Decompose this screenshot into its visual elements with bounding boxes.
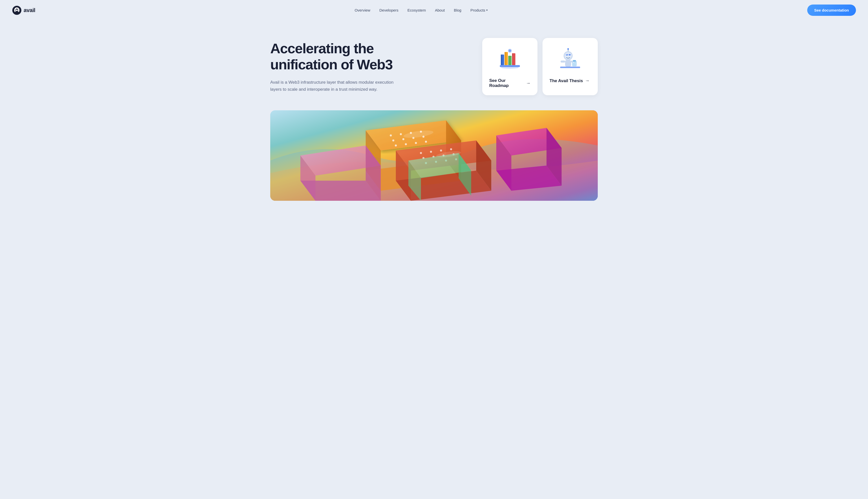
roadmap-card-label: See Our Roadmap → [489, 78, 531, 88]
svg-point-38 [392, 139, 394, 142]
main-content: Accelerating the unification of Web3 Ava… [258, 20, 610, 201]
page-wrapper: avail Overview Developers Ecosystem Abou… [0, 0, 868, 499]
hero-title: Accelerating the unification of Web3 [270, 40, 429, 73]
svg-point-52 [440, 149, 442, 151]
nav-link-overview[interactable]: Overview [355, 8, 370, 12]
nav-link-ecosystem[interactable]: Ecosystem [407, 8, 426, 12]
svg-point-27 [567, 48, 569, 50]
svg-rect-22 [569, 54, 571, 56]
nav-link-products[interactable]: Products ▾ [470, 8, 488, 12]
roadmap-arrow-icon: → [526, 81, 531, 86]
svg-point-45 [425, 141, 427, 143]
hero-right: See Our Roadmap → [439, 35, 598, 95]
svg-point-1 [16, 9, 18, 11]
svg-rect-8 [508, 56, 509, 65]
nav-item-ecosystem[interactable]: Ecosystem [407, 8, 426, 13]
svg-point-12 [509, 49, 511, 52]
svg-point-34 [390, 134, 392, 136]
hero-left: Accelerating the unification of Web3 Ava… [270, 35, 429, 93]
navbar: avail Overview Developers Ecosystem Abou… [0, 0, 868, 20]
svg-point-50 [420, 152, 422, 154]
nav-item-developers[interactable]: Developers [379, 8, 398, 13]
svg-rect-24 [561, 61, 565, 63]
svg-point-51 [430, 151, 432, 153]
thesis-card[interactable]: The Avail Thesis → [543, 38, 598, 95]
banner-gradient [270, 110, 598, 201]
svg-rect-15 [572, 61, 576, 66]
svg-point-39 [402, 138, 404, 140]
nav-item-blog[interactable]: Blog [454, 8, 461, 13]
logo-text: avail [24, 7, 35, 14]
nav-link-developers[interactable]: Developers [379, 8, 398, 12]
avail-logo-icon [12, 5, 22, 15]
svg-point-35 [400, 133, 402, 135]
chevron-down-icon: ▾ [486, 9, 488, 12]
nav-item-about[interactable]: About [435, 8, 445, 13]
nav-links: Overview Developers Ecosystem About Blog… [355, 8, 488, 13]
svg-rect-25 [571, 61, 573, 63]
hero-section: Accelerating the unification of Web3 Ava… [258, 20, 610, 105]
nav-link-blog[interactable]: Blog [454, 8, 461, 12]
svg-point-18 [575, 63, 576, 64]
hero-banner [270, 110, 598, 201]
svg-point-44 [415, 142, 417, 144]
svg-point-43 [405, 143, 407, 145]
svg-point-13 [501, 66, 519, 69]
svg-rect-14 [560, 66, 580, 68]
svg-rect-16 [573, 60, 576, 62]
roadmap-icon [497, 47, 522, 72]
thesis-card-label: The Avail Thesis → [549, 78, 590, 83]
svg-point-17 [573, 62, 574, 63]
logo[interactable]: avail [12, 5, 35, 15]
svg-rect-4 [501, 54, 501, 65]
banner-overlay [270, 110, 598, 201]
thesis-arrow-icon: → [585, 78, 590, 83]
nav-item-overview[interactable]: Overview [355, 8, 370, 13]
svg-point-28 [566, 54, 567, 55]
thesis-icon [558, 47, 583, 72]
roadmap-card[interactable]: See Our Roadmap → [482, 38, 537, 95]
svg-point-42 [395, 145, 397, 146]
nav-item-products[interactable]: Products ▾ [470, 8, 488, 12]
nav-link-about[interactable]: About [435, 8, 445, 12]
svg-rect-10 [512, 53, 513, 65]
see-documentation-button[interactable]: See documentation [807, 4, 856, 16]
hero-subtitle: Avail is a Web3 infrastructure layer tha… [270, 79, 401, 93]
svg-rect-23 [565, 60, 571, 66]
svg-rect-6 [505, 52, 505, 65]
svg-point-53 [450, 148, 452, 150]
